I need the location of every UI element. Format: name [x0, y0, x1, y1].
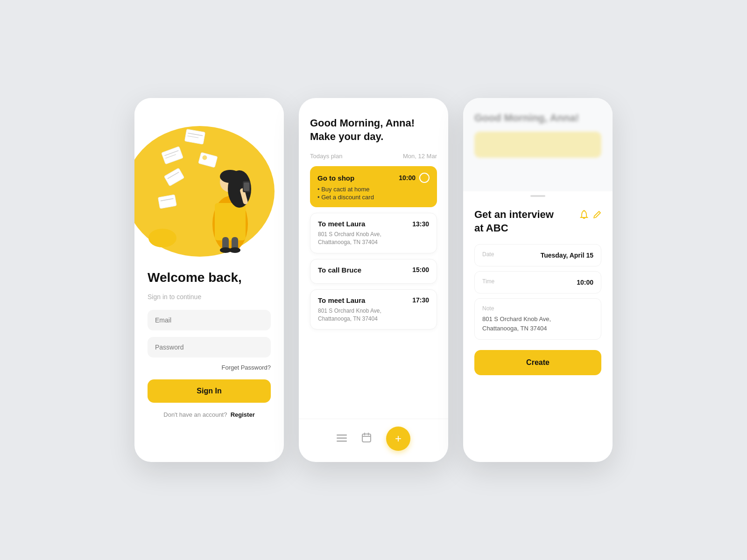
signin-button[interactable]: Sign In — [148, 379, 271, 403]
illustration-area — [134, 98, 284, 257]
detail-action-icons — [580, 208, 601, 222]
date-field[interactable]: Date Tuesday, April 15 — [474, 244, 601, 266]
svg-rect-4 — [215, 203, 246, 240]
email-field[interactable] — [148, 310, 271, 330]
login-subtitle: Sign in to continue — [148, 293, 271, 301]
login-form: Welcome back, Sign in to continue Forget… — [134, 257, 284, 462]
date-label: Date — [482, 251, 494, 258]
edit-icon[interactable] — [593, 210, 601, 221]
task-time-4: 17:30 — [412, 296, 429, 304]
time-label: Time — [482, 278, 494, 285]
task-row-2: To meet Laura 13:30 — [318, 220, 429, 228]
task-time-2: 13:30 — [412, 220, 429, 228]
note-label: Note — [482, 305, 593, 312]
svg-rect-29 — [337, 441, 347, 442]
forget-password-link[interactable]: Forget Password? — [148, 364, 271, 371]
date-field-row: Date Tuesday, April 15 — [482, 251, 593, 259]
task-title-4: To meet Laura — [318, 296, 365, 304]
task-card-1[interactable]: Go to shop 10:00 Buy cacti at home Get a… — [310, 166, 437, 207]
note-field[interactable]: Note 801 S Orchard Knob Ave,Chattanooga,… — [474, 298, 601, 340]
note-value: 801 S Orchard Knob Ave,Chattanooga, TN 3… — [482, 315, 593, 333]
add-task-button[interactable]: + — [386, 427, 410, 451]
svg-rect-27 — [337, 434, 347, 436]
calendar-icon[interactable] — [362, 433, 371, 445]
task-title-3: To call Bruce — [318, 266, 361, 274]
planner-date-value: Mon, 12 Mar — [403, 153, 437, 160]
detail-title-row: Get an interviewat ABC — [474, 208, 601, 235]
register-link[interactable]: Register — [231, 411, 255, 418]
planner-content: Good Morning, Anna!Make your day. Todays… — [299, 98, 448, 419]
scroll-dot — [530, 195, 545, 197]
svg-point-1 — [148, 229, 176, 247]
planner-greeting: Good Morning, Anna!Make your day. — [310, 117, 437, 143]
planner-date-row: Todays plan Mon, 12 Mar — [310, 153, 437, 160]
task-time-1: 10:00 — [399, 174, 416, 182]
task-row-1: Go to shop 10:00 — [317, 173, 430, 183]
task-title-1: Go to shop — [317, 174, 354, 182]
date-value: Tuesday, April 15 — [541, 252, 593, 259]
screens-container: Welcome back, Sign in to continue Forget… — [134, 98, 613, 462]
bell-icon[interactable] — [580, 210, 588, 222]
scroll-indicator — [463, 191, 613, 201]
svg-point-14 — [229, 247, 240, 253]
time-field[interactable]: Time 10:00 — [474, 271, 601, 294]
detail-content: Get an interviewat ABC — [463, 201, 613, 462]
detail-title: Get an interviewat ABC — [474, 208, 580, 235]
planner-screen: Good Morning, Anna!Make your day. Todays… — [299, 98, 448, 462]
task-title-2: To meet Laura — [318, 220, 365, 228]
register-prompt: Don't have an account? Register — [148, 411, 271, 418]
task-bullet-1a: Buy cacti at home — [317, 186, 430, 193]
menu-icon[interactable] — [337, 434, 347, 444]
task-card-2[interactable]: To meet Laura 13:30 801 S Orchard Knob A… — [310, 213, 437, 253]
svg-point-7 — [220, 170, 240, 183]
task-time-3: 15:00 — [412, 266, 429, 273]
login-title: Welcome back, — [148, 270, 271, 286]
task-address-4: 801 S Orchard Knob Ave,Chattanooga, TN 3… — [318, 307, 429, 323]
bottom-nav: + — [299, 419, 448, 462]
svg-rect-28 — [337, 437, 347, 439]
svg-rect-30 — [362, 434, 371, 442]
task-row-4: To meet Laura 17:30 — [318, 296, 429, 304]
create-button[interactable]: Create — [474, 350, 601, 375]
login-screen: Welcome back, Sign in to continue Forget… — [134, 98, 284, 462]
task-card-4[interactable]: To meet Laura 17:30 801 S Orchard Knob A… — [310, 289, 437, 330]
task-row-3: To call Bruce 15:00 — [318, 266, 429, 274]
svg-point-34 — [584, 210, 585, 212]
time-value: 10:00 — [577, 279, 593, 286]
todays-plan-label: Todays plan — [310, 153, 342, 160]
task-card-3[interactable]: To call Bruce 15:00 — [310, 259, 437, 284]
password-field[interactable] — [148, 337, 271, 357]
task-bullet-1b: Get a discount card — [317, 194, 430, 201]
task-address-2: 801 S Orchard Knob Ave,Chattanooga, TN 3… — [318, 231, 429, 246]
task-circle-1 — [419, 173, 430, 183]
time-field-row: Time 10:00 — [482, 278, 593, 287]
svg-rect-10 — [244, 182, 249, 191]
detail-screen: Good Morning, Anna! Get an interviewat A… — [463, 98, 613, 462]
